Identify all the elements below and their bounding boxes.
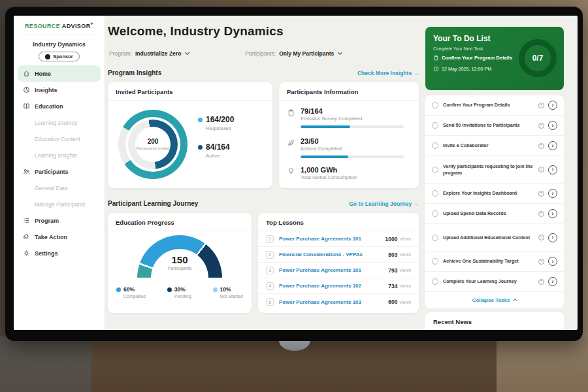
sidebar-item-take-action[interactable]: Take Action bbox=[14, 229, 105, 245]
stat-emission-survey: 79/164 Emission Survey Completed bbox=[287, 107, 411, 128]
background-desk-left bbox=[0, 336, 91, 392]
todo-next-task[interactable]: Confirm Your Program Details bbox=[433, 55, 512, 61]
task-label: Upload Spend Data Records bbox=[443, 210, 535, 216]
participants-filter-dropdown[interactable]: Participants: Only My Participants bbox=[245, 50, 342, 57]
section-title: Program Insights bbox=[108, 69, 161, 76]
task-go-button[interactable] bbox=[548, 141, 557, 150]
sidebar-item-manage-participants[interactable]: Manage Participants bbox=[14, 196, 105, 212]
progress-track bbox=[301, 155, 404, 158]
sidebar-item-learning-insights[interactable]: Learning Insights bbox=[14, 147, 105, 163]
help-icon[interactable] bbox=[538, 259, 544, 265]
insights-icon bbox=[23, 86, 30, 93]
go-to-learning-journey-link[interactable]: Go to Learning Journey bbox=[349, 201, 419, 207]
sidebar-item-program[interactable]: Program bbox=[14, 212, 105, 229]
gauge-center: 150 Participants bbox=[137, 254, 222, 270]
lesson-link[interactable]: Power Purchase Agreements 103 bbox=[279, 299, 388, 305]
task-go-button[interactable] bbox=[548, 233, 557, 242]
lesson-link[interactable]: Financial Considerations - VPPAs bbox=[279, 252, 388, 257]
sidebar-item-insights[interactable]: Insights bbox=[14, 82, 105, 98]
recent-news-card: Recent News bbox=[425, 312, 564, 330]
legend-label: Active bbox=[206, 153, 234, 159]
page-title: Welcome, Industry Dynamics bbox=[108, 24, 284, 39]
invited-participants-donut-chart: 200 Participants Invited bbox=[118, 110, 188, 179]
sidebar-item-participants[interactable]: Participants bbox=[14, 163, 105, 180]
stat-value: 1,000 GWh bbox=[301, 166, 357, 174]
sidebar-item-home[interactable]: Home bbox=[18, 65, 101, 82]
lesson-rank: 1 bbox=[266, 235, 274, 243]
task-go-button[interactable] bbox=[548, 257, 557, 266]
participants-filter-value: Only My Participants bbox=[279, 50, 334, 57]
lesson-link[interactable]: Power Purchase Agreements 102 bbox=[279, 283, 388, 289]
task-checkbox[interactable] bbox=[432, 142, 438, 149]
sidebar-item-label: Program bbox=[35, 218, 59, 224]
legend-value: 84/164 bbox=[206, 142, 230, 152]
help-icon[interactable] bbox=[538, 123, 544, 129]
progress-fill bbox=[301, 155, 348, 158]
progress-track bbox=[301, 125, 404, 128]
legend-dot bbox=[167, 287, 172, 292]
help-icon[interactable] bbox=[538, 191, 544, 197]
sidebar-item-general-data[interactable]: General Data bbox=[14, 180, 105, 196]
task-row: Send 50 Invitations to Participants bbox=[425, 116, 564, 136]
lesson-link[interactable]: Power Purchase Agreements 101 bbox=[279, 267, 388, 273]
legend-dot bbox=[116, 287, 121, 292]
stat-label: Emission Survey Completed bbox=[301, 116, 404, 122]
donut-center-value: 200 bbox=[135, 138, 171, 145]
task-checkbox[interactable] bbox=[432, 258, 438, 265]
task-label: Verify participants requesting to join t… bbox=[443, 163, 535, 176]
program-filter-value: Industrialize Zero bbox=[135, 50, 181, 57]
sidebar-divider bbox=[20, 35, 98, 35]
help-icon[interactable] bbox=[538, 279, 544, 285]
help-icon[interactable] bbox=[538, 143, 544, 149]
task-go-button[interactable] bbox=[548, 101, 557, 110]
lesson-views-suffix: views bbox=[399, 284, 411, 288]
task-checkbox[interactable] bbox=[432, 167, 438, 173]
task-row: Verify participants requesting to join t… bbox=[425, 156, 564, 184]
help-icon[interactable] bbox=[538, 235, 544, 240]
task-label: Invite a Collaborator bbox=[443, 142, 535, 148]
sidebar-item-education-content[interactable]: Education Content bbox=[14, 131, 105, 147]
donut-center: 200 Participants Invited bbox=[135, 127, 171, 162]
check-more-insights-link[interactable]: Check More Insights bbox=[357, 70, 419, 76]
card-title: Education Progress bbox=[108, 213, 252, 231]
sidebar-item-learning-journey[interactable]: Learning Journey bbox=[14, 114, 105, 131]
invited-participants-card: Invited Participants 200 Participants In… bbox=[108, 82, 272, 188]
help-icon[interactable] bbox=[538, 211, 544, 217]
logo-plus: + bbox=[91, 22, 94, 26]
help-icon[interactable] bbox=[538, 167, 544, 172]
legend-dot bbox=[213, 287, 218, 292]
task-checkbox[interactable] bbox=[432, 278, 438, 285]
sidebar-item-settings[interactable]: Settings bbox=[14, 245, 105, 261]
task-checkbox[interactable] bbox=[432, 102, 438, 108]
lesson-row: 3 Power Purchase Agreements 101 793 view… bbox=[258, 263, 419, 278]
lesson-views: 734 bbox=[388, 283, 397, 289]
todo-title: Your To Do List bbox=[433, 34, 491, 43]
task-go-button[interactable] bbox=[548, 121, 557, 130]
task-checkbox[interactable] bbox=[432, 210, 438, 217]
lesson-link[interactable]: Power Purchase Agreements 101 bbox=[279, 236, 385, 242]
logo-secondary: ADVISOR bbox=[62, 23, 91, 29]
task-go-button[interactable] bbox=[548, 189, 557, 198]
task-go-button[interactable] bbox=[548, 165, 557, 174]
clock-icon bbox=[433, 66, 439, 72]
legend-item-not-started: 10% Not Started bbox=[213, 286, 243, 299]
task-checkbox[interactable] bbox=[432, 122, 438, 129]
program-filter-dropdown[interactable]: Program: Industrialize Zero bbox=[109, 50, 189, 57]
task-go-button[interactable] bbox=[548, 277, 557, 286]
stat-value: 79/164 bbox=[301, 107, 404, 115]
stat-label: Total Global Consumption bbox=[301, 174, 357, 180]
task-go-button[interactable] bbox=[548, 209, 557, 218]
app-logo: RESOURCE ADVISOR+ bbox=[14, 22, 105, 29]
legend-value: 10% bbox=[220, 286, 231, 293]
lesson-views-suffix: views bbox=[399, 252, 411, 257]
sidebar-item-label: Take Action bbox=[35, 234, 67, 240]
todo-due-label: 12 May 2025, 12:00 PM bbox=[442, 66, 491, 72]
task-checkbox[interactable] bbox=[432, 235, 438, 241]
help-icon[interactable] bbox=[538, 103, 544, 108]
sidebar-item-education[interactable]: Education bbox=[14, 98, 105, 114]
legend-value: 164/200 bbox=[206, 115, 234, 124]
task-label: Complete Your Learning Journey bbox=[443, 278, 535, 284]
organization-name: Industry Dynamics bbox=[14, 41, 105, 48]
collapse-tasks-link[interactable]: Collapse Tasks bbox=[425, 292, 564, 308]
task-checkbox[interactable] bbox=[432, 190, 438, 197]
